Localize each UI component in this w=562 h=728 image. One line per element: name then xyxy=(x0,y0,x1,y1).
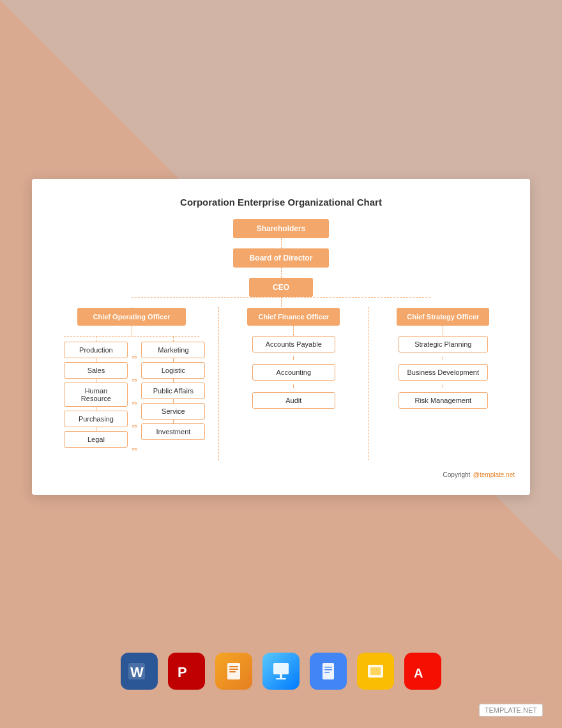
node-audit: Audit xyxy=(252,392,335,409)
svg-rect-15 xyxy=(370,667,381,675)
gslides-icon[interactable] xyxy=(357,653,394,690)
word-icon[interactable]: W xyxy=(121,653,158,690)
node-purchasing: Purchasing xyxy=(64,411,128,427)
ceo-down-line xyxy=(281,297,282,307)
keynote-icon[interactable] xyxy=(262,653,300,690)
footer-icons-row: W P xyxy=(32,653,530,690)
svg-text:W: W xyxy=(130,664,144,680)
col-coo: Chief Operating Officer Production Sales… xyxy=(47,307,216,460)
svg-text:P: P xyxy=(178,664,187,680)
node-service: Service xyxy=(141,403,205,420)
acrobat-icon[interactable]: A xyxy=(404,653,441,690)
node-accounts-payable: Accounts Payable xyxy=(252,336,335,353)
divider-cfo-cso xyxy=(368,307,369,460)
svg-rect-8 xyxy=(280,674,282,678)
copyright-link[interactable]: @template.net xyxy=(473,471,515,478)
coo-children-cols: Production Sales Human Resource Purchasi… xyxy=(64,337,199,460)
svg-rect-7 xyxy=(273,663,289,674)
pages-icon[interactable] xyxy=(215,653,252,690)
node-ceo: CEO xyxy=(249,278,313,297)
cso-connector-v xyxy=(443,326,443,336)
node-marketing: Marketing xyxy=(141,342,205,358)
node-cfo: Chief Finance Officer xyxy=(247,308,340,326)
svg-text:A: A xyxy=(414,666,423,680)
svg-rect-10 xyxy=(323,663,334,679)
connector-v1 xyxy=(281,238,282,248)
svg-rect-4 xyxy=(229,666,238,667)
powerpoint-icon[interactable]: P xyxy=(168,653,205,690)
node-risk-management: Risk Management xyxy=(399,392,488,409)
col-cso: Chief Strategy Officer Strategic Plannin… xyxy=(372,307,515,409)
cso-children: Strategic Planning Business Development … xyxy=(372,336,515,409)
org-chart: Shareholders Board of Director CEO Chief… xyxy=(47,219,515,480)
chart-title: Corporation Enterprise Organizational Ch… xyxy=(47,197,515,208)
cfo-children: Accounts Payable Accounting Audit xyxy=(222,336,365,409)
gdocs-icon[interactable] xyxy=(310,653,347,690)
coo-arrows: ⇔ ⇔ ⇔ ⇔ ⇔ xyxy=(132,337,137,460)
ceo-spread-container xyxy=(47,297,515,307)
connector-v2 xyxy=(281,268,282,278)
svg-rect-12 xyxy=(324,669,332,671)
node-public-affairs: Public Affairs xyxy=(141,383,205,399)
svg-rect-9 xyxy=(276,678,286,679)
svg-rect-11 xyxy=(324,667,332,668)
node-legal: Legal xyxy=(64,431,128,448)
node-human-resource: Human Resource xyxy=(64,383,128,407)
copyright-text: Copyright xyxy=(443,471,471,478)
ceo-horiz-line xyxy=(132,297,431,298)
node-business-development: Business Development xyxy=(399,364,488,381)
watermark: TEMPLATE.NET xyxy=(479,704,543,717)
node-production: Production xyxy=(64,342,128,358)
coo-horiz-spread xyxy=(64,336,199,337)
node-strategic-planning: Strategic Planning xyxy=(399,336,488,353)
svg-rect-5 xyxy=(229,669,238,670)
coo-left-col: Production Sales Human Resource Purchasi… xyxy=(64,337,128,448)
coo-right-col: Marketing Logistic Public Affairs Servic… xyxy=(141,337,205,440)
node-board: Board of Director xyxy=(233,248,329,268)
col-cfo: Chief Finance Officer Accounts Payable A… xyxy=(222,307,365,409)
node-logistic: Logistic xyxy=(141,362,205,379)
divider-coo-cfo xyxy=(218,307,220,460)
node-accounting: Accounting xyxy=(252,364,335,381)
main-card: Corporation Enterprise Organizational Ch… xyxy=(32,179,530,495)
coo-connector-v xyxy=(132,326,132,336)
node-cso: Chief Strategy Officer xyxy=(397,308,489,326)
svg-rect-13 xyxy=(324,672,330,673)
level3-row: Chief Operating Officer Production Sales… xyxy=(47,307,515,460)
node-coo: Chief Operating Officer xyxy=(77,308,186,326)
node-sales: Sales xyxy=(64,362,128,379)
svg-rect-6 xyxy=(229,671,236,672)
node-investment: Investment xyxy=(141,423,205,440)
node-shareholders: Shareholders xyxy=(233,219,329,238)
cfo-connector-v xyxy=(293,326,294,336)
copyright-row: Copyright @template.net xyxy=(47,468,515,480)
